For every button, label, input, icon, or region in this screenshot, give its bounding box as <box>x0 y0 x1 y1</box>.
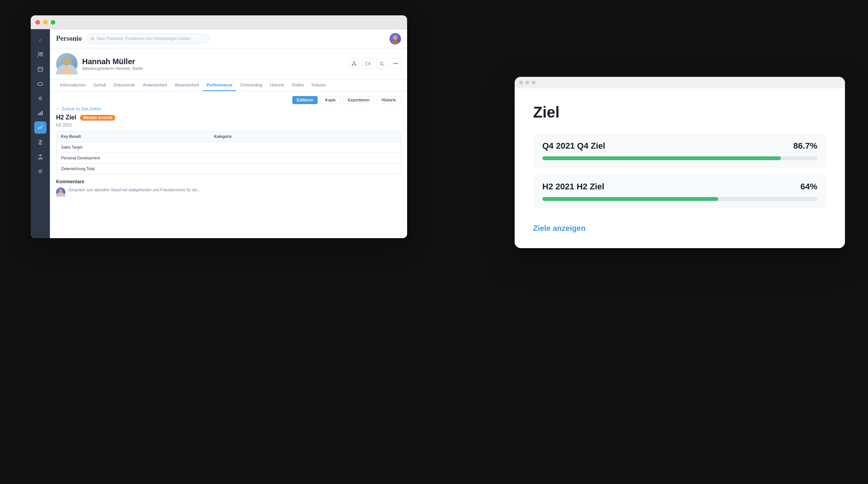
back-link[interactable]: ← Zurück zu Ziel-Zeiten <box>56 106 401 111</box>
app-area: Personio Nach Personen, Funktionen oder … <box>50 29 407 238</box>
table-header: Key Result Kategorie <box>56 131 401 142</box>
goal-item-q4-name: Q4 2021 Q4 Ziel <box>542 141 605 151</box>
tab-abwesenheit[interactable]: Abwesenheit <box>171 80 203 91</box>
svg-rect-2 <box>38 67 43 71</box>
svg-rect-6 <box>41 111 43 115</box>
svg-point-22 <box>380 62 383 65</box>
sidebar: ⌂ <box>31 29 50 238</box>
search-profile-button[interactable] <box>376 58 387 69</box>
export-button[interactable]: Exportieren <box>343 96 374 104</box>
modal-title: Ziel <box>533 104 827 121</box>
tab-rollen[interactable]: Rollen <box>288 80 308 91</box>
nav-tabs: Informationen Gehalt Dokumente Anwesenhe… <box>50 80 407 91</box>
profile-role: Abteilungsleiterin Vertrieb, Berlin <box>82 66 143 71</box>
table-row: Zielerreichung Total <box>56 164 401 174</box>
goal-item-q4-header: Q4 2021 Q4 Ziel 86.7% <box>542 141 817 151</box>
sidebar-icon-upload[interactable] <box>34 151 46 163</box>
row-2-kategorie <box>209 153 324 163</box>
goal-item-h2-progress-bg <box>542 197 817 201</box>
sidebar-icon-performance-chart[interactable] <box>34 121 46 134</box>
svg-line-23 <box>383 65 384 66</box>
logo: Personio <box>56 35 82 43</box>
user-avatar[interactable] <box>389 33 401 45</box>
row-2-key-result: Personal Development <box>56 153 209 163</box>
sidebar-icon-home[interactable]: ⌂ <box>34 34 46 46</box>
tab-performance[interactable]: Performance <box>203 80 236 91</box>
row-2-extra <box>324 153 401 163</box>
tab-gehalt[interactable]: Gehalt <box>89 80 109 91</box>
header-extra <box>324 131 401 142</box>
row-3-extra <box>324 164 401 174</box>
copy-button[interactable]: Kopie <box>320 96 341 104</box>
modal-titlebar <box>515 77 845 88</box>
table-row: Sales Target <box>56 142 401 153</box>
goal-item-q4-progress-bg <box>542 156 817 160</box>
svg-rect-5 <box>40 112 41 115</box>
topbar-right <box>389 33 401 45</box>
goal-item-q4-pct: 86.7% <box>793 141 817 151</box>
goal-title: H2 Ziel <box>56 114 76 121</box>
traffic-light-green[interactable] <box>51 20 55 25</box>
goal-period: H2 2021 <box>56 123 401 127</box>
more-options-button[interactable]: ••• <box>390 58 401 69</box>
comments-title: Kommentare <box>56 179 401 184</box>
header-kategorie: Kategorie <box>209 131 324 142</box>
sidebar-icon-gear[interactable] <box>34 165 46 177</box>
action-row: Editieren Kopie Exportieren Historie <box>56 96 401 104</box>
row-1-key-result: Sales Target <box>56 142 209 152</box>
profile-info: Hannah Müller Abteilungsleiterin Vertrie… <box>82 57 143 71</box>
traffic-light-yellow[interactable] <box>43 20 48 25</box>
comment-text: Gespräch zum aktuellen Stand hat stattge… <box>68 187 200 193</box>
org-chart-button[interactable] <box>349 58 359 69</box>
tab-onboarding[interactable]: Onboarding <box>236 80 266 91</box>
goal-item-h2-pct: 64% <box>800 182 817 192</box>
sidebar-icon-calendar[interactable] <box>34 63 46 75</box>
comment-item: Gespräch zum aktuellen Stand hat stattge… <box>56 187 401 197</box>
search-bar[interactable]: Nach Personen, Funktionen oder Einstellu… <box>86 33 209 44</box>
profile-name: Hannah Müller <box>82 57 143 66</box>
sidebar-icon-cloud[interactable] <box>34 78 46 90</box>
svg-point-0 <box>38 52 41 55</box>
goal-item-h2-name: H2 2021 H2 Ziel <box>542 182 604 192</box>
tab-informationen[interactable]: Informationen <box>56 80 89 91</box>
table-row: Personal Development <box>56 153 401 164</box>
modal-card: Ziel Q4 2021 Q4 Ziel 86.7% H2 2021 H2 Zi… <box>515 77 845 248</box>
search-placeholder: Nach Personen, Funktionen oder Einstellu… <box>97 36 191 41</box>
row-1-extra <box>324 142 401 152</box>
profile-header: Hannah Müller Abteilungsleiterin Vertrie… <box>50 48 407 80</box>
svg-rect-15 <box>353 61 355 63</box>
row-3-kategorie <box>209 164 324 174</box>
sidebar-icon-chart-bar[interactable] <box>34 107 46 119</box>
modal-dot-2 <box>525 81 529 85</box>
ziele-anzeigen-link[interactable]: Ziele anzeigen <box>533 224 586 233</box>
comment-avatar <box>56 187 65 197</box>
tab-historie[interactable]: Historie <box>266 80 288 91</box>
header-key-result: Key Result <box>56 131 209 142</box>
row-3-key-result: Zielerreichung Total <box>56 164 209 174</box>
svg-point-1 <box>41 53 43 55</box>
profile-avatar <box>56 53 78 75</box>
modal-dot-3 <box>532 81 535 85</box>
goal-item-q4-progress-fill <box>542 156 781 160</box>
svg-line-9 <box>93 39 94 40</box>
tab-anwesenheit[interactable]: Anwesenheit <box>139 80 171 91</box>
svg-point-13 <box>63 57 71 66</box>
tab-notizen[interactable]: Notizen <box>308 80 330 91</box>
goal-item-h2-progress-fill <box>542 197 718 201</box>
profile-actions: ••• <box>349 58 401 69</box>
history-button[interactable]: Historie <box>377 96 401 104</box>
goal-item-h2-header: H2 2021 H2 Ziel 64% <box>542 182 817 192</box>
tab-dokumente[interactable]: Dokumente <box>110 80 139 91</box>
goal-item-q4: Q4 2021 Q4 Ziel 86.7% <box>533 133 827 168</box>
traffic-light-red[interactable] <box>35 20 40 25</box>
goal-badge: Werden erreicht <box>80 115 115 121</box>
modal-dot-1 <box>519 81 523 85</box>
edit-button[interactable]: Editieren <box>292 96 318 104</box>
sidebar-icon-dollar[interactable] <box>34 136 46 148</box>
key-results-table: Key Result Kategorie Sales Target Person… <box>56 131 401 174</box>
svg-point-8 <box>91 37 93 40</box>
login-button[interactable] <box>363 58 373 69</box>
sidebar-icon-settings-cog[interactable] <box>34 92 46 104</box>
browser-window-back: ⌂ <box>31 15 407 238</box>
sidebar-icon-users[interactable] <box>34 48 46 61</box>
